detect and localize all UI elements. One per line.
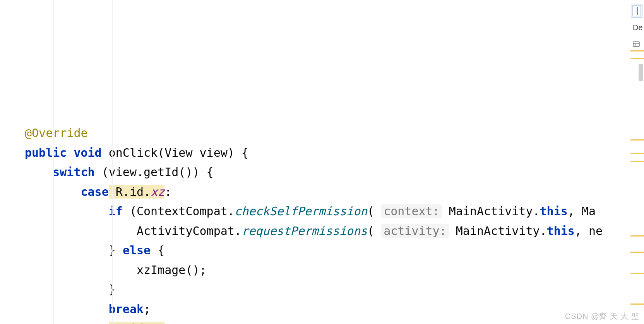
kw-else: else [123,243,151,257]
indent-guide [25,0,25,324]
kw-void: void [74,146,101,159]
kw-case: case [81,185,109,199]
field-sc: sc [151,322,164,324]
method-signature: (View view) { [158,146,248,159]
kw-public: public [25,146,67,159]
warning-stripe[interactable] [630,50,644,51]
indent-guide [53,0,54,324]
call-xzImage: xzImage(); [137,263,207,277]
svg-rect-0 [633,42,639,46]
case-xz-ref: R.id.xz [109,185,165,199]
call-requestPermissions: requestPermissions [242,224,367,238]
param-hint-activity: activity: [381,224,449,238]
rail-label[interactable]: De [633,23,643,32]
method-name: onClick [109,146,158,159]
kw-switch: switch [53,165,94,179]
warning-stripe[interactable] [630,235,644,237]
right-gutter: De [630,0,644,324]
ide-window: @Override public void onClick(View view)… [0,0,644,324]
layout-icon[interactable] [633,37,640,44]
code-block[interactable]: @Override public void onClick(View view)… [25,123,630,324]
call-checkSelfPermission: checkSelfPermission [235,204,367,218]
inspection-indicator[interactable] [631,4,642,18]
param-hint-context: context: [381,204,442,218]
warning-stripe[interactable] [630,161,644,162]
warning-stripe[interactable] [630,58,644,59]
indent-guide [112,0,113,324]
warning-stripe[interactable] [630,303,644,305]
field-xz: xz [151,185,164,199]
kw-this: this [540,204,568,218]
kw-this: this [547,224,575,238]
kw-break: break [109,302,144,316]
annotation-override: @Override [25,126,88,140]
warning-stripe[interactable] [630,139,644,141]
kw-if: if [109,204,123,218]
warning-stripe[interactable] [630,273,644,274]
case-sc-ref: R.id.sc [109,322,165,324]
warning-stripe[interactable] [630,153,644,154]
warning-stripe[interactable] [630,252,644,253]
code-editor[interactable]: @Override public void onClick(View view)… [0,0,630,324]
indent-guide [83,0,83,324]
scrollbar-thumb[interactable] [639,64,643,81]
kw-case: case [81,322,109,324]
